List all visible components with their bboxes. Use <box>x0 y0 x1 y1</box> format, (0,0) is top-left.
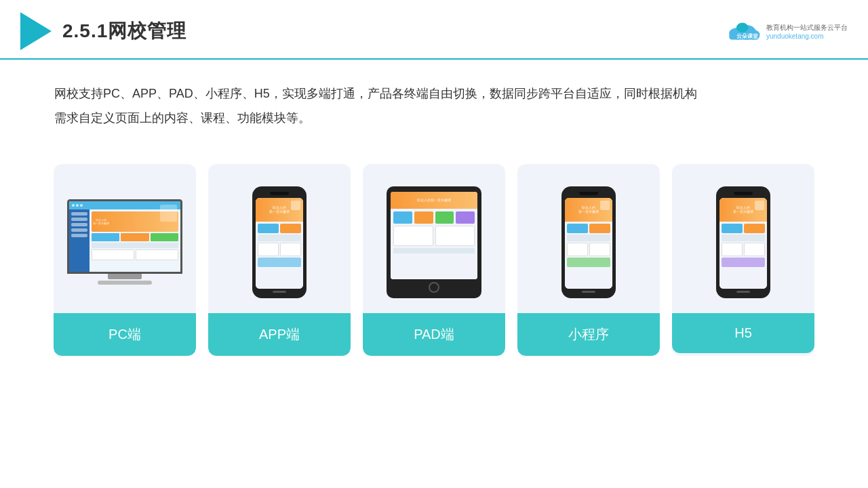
pc-stand <box>108 274 142 279</box>
card-miniprogram-image: 职达人的第一堂兴趣课 <box>517 164 660 313</box>
phone-screen-h5: 职达人的第一堂兴趣课 <box>719 198 767 289</box>
brand-logo: 云朵课堂 教育机构一站式服务云平台 yunduoketang.com <box>725 20 848 42</box>
phone-screen-mini: 职达人的第一堂兴趣课 <box>565 198 612 289</box>
description-line1: 网校支持PC、APP、PAD、小程序、H5，实现多端打通，产品各终端自由切换，数… <box>54 81 814 106</box>
header-right: 云朵课堂 教育机构一站式服务云平台 yunduoketang.com <box>725 20 848 42</box>
phone-home-app <box>273 291 286 293</box>
phone-mockup-miniprogram: 职达人的第一堂兴趣课 <box>561 186 616 298</box>
tablet-mockup: 职达人的第一堂兴趣课 <box>387 186 481 298</box>
card-pad-label: PAD端 <box>363 313 505 356</box>
header: 2.5.1网校管理 云朵课堂 教育机构一站式服务云平台 yunduoketang… <box>0 0 868 60</box>
brand-url: yunduoketang.com <box>766 33 824 40</box>
phone-home-h5 <box>736 291 750 293</box>
tablet-home <box>429 282 439 293</box>
phone-notch <box>270 192 289 195</box>
pc-mockup: 职达人的第一堂兴趣课 <box>67 199 182 285</box>
pc-base <box>98 281 152 285</box>
card-pad-image: 职达人的第一堂兴趣课 <box>363 164 505 313</box>
card-app: 职达人的第一堂兴趣课 <box>208 164 351 356</box>
cards-container: 职达人的第一堂兴趣课 <box>0 150 868 369</box>
card-miniprogram-label: 小程序 <box>517 313 660 356</box>
card-h5-image: 职达人的第一堂兴趣课 <box>672 164 814 313</box>
page-title: 2.5.1网校管理 <box>62 18 186 44</box>
phone-mockup-app: 职达人的第一堂兴趣课 <box>252 186 307 298</box>
phone-home-mini <box>582 291 595 293</box>
phone-notch-mini <box>579 192 598 195</box>
svg-point-4 <box>736 23 749 33</box>
phone-notch-h5 <box>734 192 753 195</box>
pc-screen: 职达人的第一堂兴趣课 <box>67 199 182 274</box>
card-pc-image: 职达人的第一堂兴趣课 <box>54 164 196 313</box>
svg-text:云朵课堂: 云朵课堂 <box>736 33 759 39</box>
logo-triangle-icon <box>20 12 52 50</box>
card-h5: 职达人的第一堂兴趣课 <box>672 164 814 356</box>
card-app-label: APP端 <box>208 313 351 356</box>
phone-mockup-h5: 职达人的第一堂兴趣课 <box>716 186 770 298</box>
cloud-icon: 云朵课堂 <box>725 20 762 42</box>
card-pc: 职达人的第一堂兴趣课 <box>54 164 196 356</box>
card-app-image: 职达人的第一堂兴趣课 <box>208 164 351 313</box>
card-pc-label: PC端 <box>54 313 196 356</box>
phone-screen-app: 职达人的第一堂兴趣课 <box>256 198 303 289</box>
card-pad: 职达人的第一堂兴趣课 <box>363 164 505 356</box>
header-left: 2.5.1网校管理 <box>20 12 186 50</box>
brand-top: 云朵课堂 教育机构一站式服务云平台 yunduoketang.com <box>725 20 848 42</box>
card-miniprogram: 职达人的第一堂兴趣课 <box>517 164 660 356</box>
tablet-screen: 职达人的第一堂兴趣课 <box>391 192 477 279</box>
card-h5-label: H5 <box>672 313 814 353</box>
description-line2: 需求自定义页面上的内容、课程、功能模块等。 <box>54 106 814 130</box>
description: 网校支持PC、APP、PAD、小程序、H5，实现多端打通，产品各终端自由切换，数… <box>0 60 868 144</box>
brand-tagline: 教育机构一站式服务云平台 <box>766 23 848 33</box>
